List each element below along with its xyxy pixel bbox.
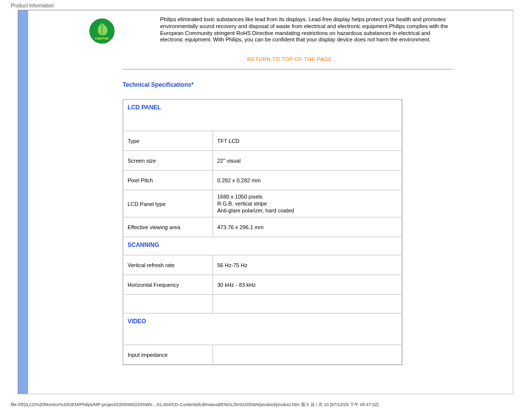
spec-section-header: VIDEO: [123, 313, 402, 345]
spec-section-header: LCD PANEL: [123, 100, 402, 131]
spec-label: Screen size: [123, 151, 213, 171]
spec-value: 22" visual: [213, 151, 402, 171]
divider: [123, 69, 454, 69]
spec-value: 1680 x 1050 pixelsR.G.B. vertical stripe…: [213, 190, 402, 217]
tech-spec-title: Technical Specifications*: [123, 81, 454, 88]
main-content: Lead Free! Philips eliminated toxic subs…: [28, 10, 513, 365]
intro-block: Lead Free! Philips eliminated toxic subs…: [42, 16, 454, 43]
spec-value: 30 kHz - 83 kHz: [213, 275, 402, 295]
spec-label: Input impedance: [123, 345, 213, 365]
page-header-label: Product Information: [11, 3, 54, 8]
return-to-top: RETURN TO TOP OF THE PAGE: [126, 56, 454, 62]
spec-value: [213, 345, 402, 365]
spec-label: Horizontal Frequency: [123, 275, 213, 295]
spec-value: [213, 295, 402, 313]
spec-value: 56 Hz-75 Hz: [213, 255, 402, 275]
intro-text: Philips eliminated toxic substances like…: [160, 16, 454, 43]
spec-value: TFT LCD: [213, 131, 402, 151]
return-to-top-link[interactable]: RETURN TO TOP OF THE PAGE: [247, 56, 332, 62]
spec-label: Vertical refresh rate: [123, 255, 213, 275]
spec-value: 473.76 x 296.1 mm: [213, 217, 402, 237]
sidebar-strip: [18, 10, 28, 394]
spec-label: LCD Panel type: [123, 190, 213, 217]
spec-label: [123, 295, 213, 313]
spec-label: Type: [123, 131, 213, 151]
spec-value: 0.282 x 0.282 mm: [213, 171, 402, 190]
footer-file-path: file:///E|/LCD%20Monitor%20OEM/Philips/M…: [11, 402, 378, 408]
spec-section-header: SCANNING: [123, 237, 402, 255]
lead-free-icon: Lead Free!: [89, 18, 115, 44]
page-frame: Lead Free! Philips eliminated toxic subs…: [18, 10, 513, 394]
spec-table: LCD PANELTypeTFT LCDScreen size22" visua…: [123, 99, 402, 365]
spec-label: Pixel Pitch: [123, 171, 213, 190]
spec-label: Effective viewing area: [123, 217, 213, 237]
svg-text:Lead Free!: Lead Free!: [95, 37, 109, 40]
